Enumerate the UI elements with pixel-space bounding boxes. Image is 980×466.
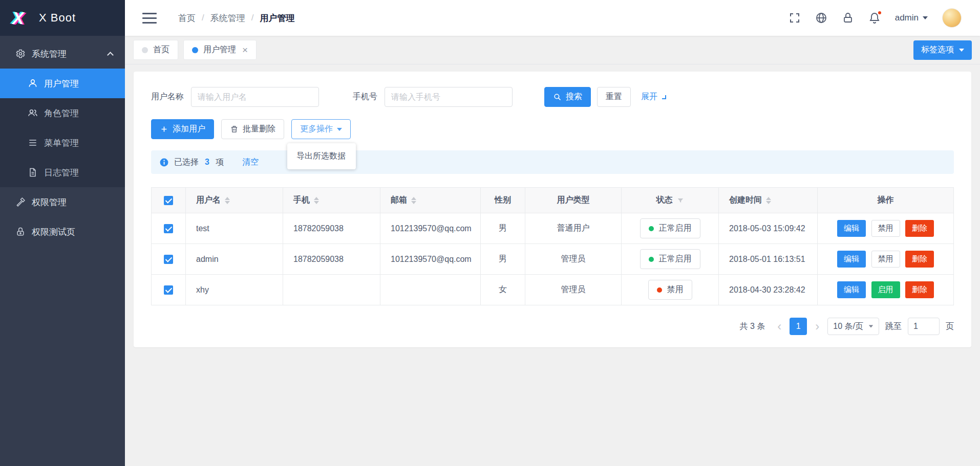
delete-button[interactable]: 删除 <box>905 281 934 298</box>
trash-icon <box>230 125 239 134</box>
delete-button[interactable]: 删除 <box>905 220 934 237</box>
row-checkbox[interactable] <box>164 285 173 295</box>
table-row: xhy 女 管理员 禁用 2018-04-30 23:28:42 编辑 启用 删… <box>152 275 954 305</box>
sidebar-item-permissions[interactable]: 权限管理 <box>0 187 125 217</box>
delete-button[interactable]: 删除 <box>905 251 934 268</box>
table-row: test 18782059038 1012139570@qq.com 男 普通用… <box>152 213 954 244</box>
batch-delete-button[interactable]: 批量删除 <box>221 119 284 139</box>
sidebar-item-menus[interactable]: 菜单管理 <box>0 128 125 158</box>
select-all-checkbox[interactable] <box>164 196 173 205</box>
expand-link[interactable]: 展开 <box>641 92 666 102</box>
edit-button[interactable]: 编辑 <box>837 220 866 237</box>
hammer-icon <box>15 197 26 207</box>
sidebar-menu: 系统管理 用户管理 角色管理 <box>0 36 125 466</box>
jump-page-input[interactable] <box>908 318 940 335</box>
notification-badge <box>877 10 882 15</box>
breadcrumb-home[interactable]: 首页 <box>178 12 196 24</box>
tab-home[interactable]: 首页 <box>133 40 178 60</box>
sidebar-item-system[interactable]: 系统管理 <box>0 39 125 69</box>
sidebar-item-roles[interactable]: 角色管理 <box>0 98 125 128</box>
chevron-down-icon <box>662 95 666 99</box>
status-dot-icon <box>649 257 654 262</box>
breadcrumb-separator: / <box>251 13 254 23</box>
more-actions-dropdown: 导出所选数据 <box>287 143 356 169</box>
disable-button[interactable]: 禁用 <box>871 251 900 268</box>
breadcrumb-current: 用户管理 <box>260 12 294 24</box>
sidebar-item-users[interactable]: 用户管理 <box>0 69 125 98</box>
selected-count: 3 <box>205 158 209 167</box>
status-badge[interactable]: 正常启用 <box>640 218 700 238</box>
row-checkbox[interactable] <box>164 255 173 264</box>
lock-icon <box>15 227 26 237</box>
logo-x-icon: XXX <box>11 7 31 29</box>
chevron-up-icon <box>107 52 114 58</box>
list-icon <box>28 138 38 148</box>
pagination-total: 共 3 条 <box>740 321 765 332</box>
tab-options-button[interactable]: 标签选项 <box>913 40 972 60</box>
app-root: XXX X Boot 系统管理 用户管理 <box>0 0 980 466</box>
fullscreen-icon[interactable] <box>789 12 801 24</box>
info-icon <box>159 158 169 167</box>
menu-toggle-button[interactable] <box>142 13 157 24</box>
selection-bar: 已选择 3 项 清空 <box>151 150 954 174</box>
status-dot-icon <box>649 226 654 231</box>
avatar[interactable] <box>942 8 962 28</box>
gear-icon <box>15 49 26 59</box>
app-title: X Boot <box>39 11 76 25</box>
sidebar: XXX X Boot 系统管理 用户管理 <box>0 0 125 466</box>
breadcrumb-separator: / <box>202 13 204 23</box>
row-checkbox[interactable] <box>164 224 173 233</box>
sidebar-submenu: 用户管理 角色管理 菜单管理 <box>0 69 125 187</box>
main-column: 首页 / 系统管理 / 用户管理 <box>125 0 980 466</box>
phone-input[interactable] <box>385 87 513 107</box>
status-badge[interactable]: 禁用 <box>648 280 692 300</box>
user-icon <box>28 78 38 88</box>
breadcrumb-system[interactable]: 系统管理 <box>210 12 245 24</box>
prev-page-button[interactable]: ‹ <box>775 320 783 332</box>
add-user-button[interactable]: 添加用户 <box>151 119 214 139</box>
chevron-down-icon <box>959 49 964 52</box>
username-label: 用户名称 <box>151 92 184 102</box>
table-header-row: 用户名 手机 邮箱 性别 用户类型 状态 创建时间 操作 <box>152 188 954 213</box>
sort-icon[interactable] <box>314 197 319 204</box>
lock-icon[interactable] <box>842 12 854 24</box>
tabbar: 首页 用户管理 × 标签选项 <box>125 36 980 64</box>
jump-suffix: 页 <box>946 321 954 332</box>
clear-selection-link[interactable]: 清空 <box>242 157 259 168</box>
export-selected-item[interactable]: 导出所选数据 <box>287 146 356 166</box>
edit-button[interactable]: 编辑 <box>837 281 866 298</box>
next-page-button[interactable]: › <box>813 320 821 332</box>
status-badge[interactable]: 正常启用 <box>640 249 700 269</box>
user-menu[interactable]: admin <box>895 13 928 23</box>
enable-button[interactable]: 启用 <box>871 281 900 298</box>
username-label: admin <box>895 13 919 23</box>
more-actions-button[interactable]: 更多操作 <box>291 119 351 139</box>
jump-label: 跳至 <box>885 321 902 332</box>
users-table: 用户名 手机 邮箱 性别 用户类型 状态 创建时间 操作 <box>151 187 954 305</box>
search-button[interactable]: 搜索 <box>544 87 591 107</box>
topbar: 首页 / 系统管理 / 用户管理 <box>125 0 980 36</box>
breadcrumb: 首页 / 系统管理 / 用户管理 <box>178 12 294 24</box>
username-input[interactable] <box>191 87 319 107</box>
page-size-select[interactable]: 10 条/页 <box>827 318 879 335</box>
page-button-1[interactable]: 1 <box>790 318 807 335</box>
sort-icon[interactable] <box>411 197 416 204</box>
pagination: 共 3 条 ‹ 1 › 10 条/页 跳至 页 <box>151 318 954 335</box>
bell-icon[interactable] <box>868 12 881 24</box>
more-actions-wrap: 更多操作 导出所选数据 <box>291 119 351 139</box>
users-icon <box>28 108 38 118</box>
reset-button[interactable]: 重置 <box>597 87 631 107</box>
sort-icon[interactable] <box>766 197 771 204</box>
filter-icon[interactable] <box>677 197 684 204</box>
user-management-card: 用户名称 手机号 搜索 重置 展开 <box>134 72 971 347</box>
close-icon[interactable]: × <box>242 45 248 55</box>
search-form: 用户名称 手机号 搜索 重置 展开 <box>151 87 954 107</box>
sort-icon[interactable] <box>225 197 230 204</box>
globe-icon[interactable] <box>815 12 827 24</box>
sidebar-item-logs[interactable]: 日志管理 <box>0 158 125 187</box>
edit-button[interactable]: 编辑 <box>837 251 866 268</box>
app-logo[interactable]: XXX X Boot <box>0 0 125 36</box>
tab-users[interactable]: 用户管理 × <box>183 40 257 60</box>
sidebar-item-permission-test[interactable]: 权限测试页 <box>0 217 125 247</box>
disable-button[interactable]: 禁用 <box>871 220 900 237</box>
